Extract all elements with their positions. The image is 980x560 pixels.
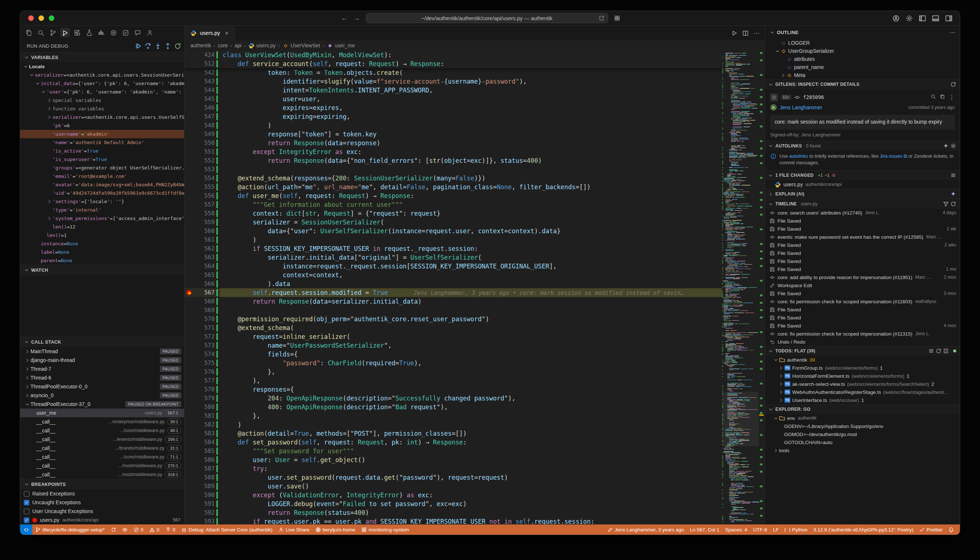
- open-external-icon[interactable]: [598, 15, 605, 21]
- breakpoint-gutter[interactable]: [185, 77, 195, 86]
- breakpoint-gutter[interactable]: [185, 253, 195, 262]
- refresh-icon[interactable]: [950, 82, 956, 87]
- step-over-icon[interactable]: [145, 43, 152, 50]
- breakpoint-gutter[interactable]: [185, 130, 195, 138]
- variable-row[interactable]: 'type' = 'internal': [20, 206, 184, 214]
- breakpoint-gutter[interactable]: [185, 59, 195, 68]
- explorer-go-header[interactable]: EXPLORER: GO: [765, 404, 960, 414]
- timeline-item[interactable]: Workspace Edit: [765, 281, 960, 289]
- language-mode[interactable]: { }Python: [782, 525, 810, 535]
- outline-item[interactable]: □attributes: [765, 55, 960, 63]
- zoom-window-button[interactable]: [49, 15, 54, 21]
- python-interpreter[interactable]: 3.12.8 ('authentik-xEAhpGPh-py3.12': Poe…: [810, 525, 916, 535]
- breakpoint-gutter[interactable]: [185, 156, 195, 165]
- settings-gear-icon[interactable]: [905, 15, 913, 22]
- breadcrumb-item[interactable]: api: [235, 43, 242, 48]
- eol[interactable]: LF: [770, 525, 782, 535]
- blame-item[interactable]: Jens Langhammer, 3 years ago: [605, 525, 687, 535]
- variable-row[interactable]: 'settings' = {'locale': ''}: [20, 197, 184, 206]
- activity-source-control-icon[interactable]: [48, 28, 58, 37]
- breakpoint-gutter[interactable]: [185, 473, 195, 482]
- close-window-button[interactable]: [28, 15, 34, 21]
- todo-item[interactable]: authentik39: [765, 356, 960, 364]
- timeline-item[interactable]: File Saved: [765, 249, 960, 257]
- breakpoint-gutter[interactable]: [185, 147, 195, 156]
- breakpoint-gutter[interactable]: [185, 271, 195, 280]
- filter-icon[interactable]: [943, 201, 949, 207]
- restart-icon[interactable]: [174, 43, 181, 50]
- checkbox[interactable]: [24, 509, 29, 514]
- timeline-item[interactable]: File Saved4 mos: [765, 322, 960, 330]
- sync-item[interactable]: [108, 525, 119, 535]
- breadcrumb-item[interactable]: authentik: [190, 43, 211, 48]
- more-icon[interactable]: ⋯: [754, 30, 760, 37]
- breakpoint-gutter[interactable]: [185, 244, 195, 253]
- breakpoint-gutter[interactable]: [185, 183, 195, 192]
- layout-sidebar-right-icon[interactable]: [945, 15, 952, 22]
- breakpoint-gutter[interactable]: [185, 385, 195, 394]
- nav-forward-icon[interactable]: →: [353, 14, 360, 22]
- checkbox[interactable]: [24, 491, 29, 497]
- encoding[interactable]: UTF-8: [750, 525, 770, 535]
- breakpoint-gutter[interactable]: [185, 95, 195, 103]
- call-stack-header[interactable]: CALL STACK: [20, 337, 184, 347]
- activity-files-icon[interactable]: [24, 28, 33, 37]
- timeline-item[interactable]: core: add ability to provide reason for …: [765, 273, 960, 281]
- prettier-item[interactable]: Prettier: [916, 525, 945, 535]
- activity-run-and-debug-icon[interactable]: [60, 28, 70, 37]
- explorer-go-item[interactable]: GOMOD=~/dev/authentik/go.mod: [765, 430, 960, 438]
- breakpoint-gutter[interactable]: [185, 412, 195, 420]
- layout-panel-icon[interactable]: [932, 15, 939, 22]
- call-stack-thread[interactable]: django-main-threadPAUSED: [20, 356, 184, 365]
- timeline-item[interactable]: File Saved: [765, 313, 960, 322]
- breakpoint-gutter[interactable]: [185, 262, 195, 271]
- branch-item[interactable]: lifecycle/fix-debugger-setup*: [32, 525, 108, 535]
- layout-sidebar-left-icon[interactable]: [919, 15, 926, 22]
- gitlens-blame-toggle[interactable]: [119, 525, 130, 535]
- call-stack-frame[interactable]: __call__.../enterprise/middleware.py39:1: [20, 417, 184, 426]
- activity-testing-icon[interactable]: [84, 28, 94, 37]
- timeline-header[interactable]: TIMELINE users.py: [765, 199, 960, 209]
- timeline-item[interactable]: events: make sure password set event has…: [765, 233, 960, 241]
- breakpoint-gutter[interactable]: [185, 350, 195, 359]
- timeline-item[interactable]: File Saved1 mo: [765, 265, 960, 273]
- cursor-position[interactable]: Ln 567, Col 1: [687, 525, 722, 535]
- autolink-add-icon[interactable]: [943, 143, 949, 149]
- minimap[interactable]: [722, 51, 765, 525]
- call-stack-thread[interactable]: Thread-6PAUSED: [20, 373, 184, 382]
- call-stack-frame[interactable]: __call__.../brands/middleware.py31:1: [20, 444, 184, 453]
- outline-item[interactable]: ◇UserGroupSerializer: [765, 47, 960, 55]
- breakpoint-gutter[interactable]: [185, 464, 195, 473]
- breakpoint-gutter[interactable]: [185, 420, 195, 429]
- breakpoint-gutter[interactable]: [185, 112, 195, 121]
- variable-row[interactable]: 'is_superuser' = True: [20, 155, 184, 163]
- activity-docker-icon[interactable]: [97, 28, 106, 37]
- breakpoint-gutter[interactable]: [185, 482, 195, 491]
- gear-icon[interactable]: [950, 143, 956, 149]
- breakpoint-row[interactable]: ✓users.pyauthentik/core/api567: [20, 516, 184, 525]
- breadcrumb-item[interactable]: ◆user_me: [327, 43, 355, 49]
- call-stack-frame[interactable]: __call__.../root/middleware.py318:1: [20, 470, 184, 479]
- search-commit-icon[interactable]: [930, 94, 936, 99]
- breakpoint-gutter[interactable]: [185, 491, 195, 500]
- breakpoint-gutter[interactable]: [185, 455, 195, 464]
- timeline-item[interactable]: core: search users' attributes (#12740)J…: [765, 209, 960, 217]
- breakpoint-gutter[interactable]: [185, 403, 195, 412]
- breakpoint-row[interactable]: ✓Uncaught Exceptions: [20, 498, 184, 507]
- variable-row[interactable]: function variables: [20, 105, 184, 113]
- call-stack-thread[interactable]: ThreadPoolExecutor-0_0PAUSED: [20, 382, 184, 391]
- variable-row[interactable]: 'pk' = 6: [20, 122, 184, 130]
- kube-context-item[interactable]: berylju/o-home: [312, 525, 358, 535]
- breakpoints-header[interactable]: BREAKPOINTS: [20, 479, 184, 489]
- view-as-tree-icon[interactable]: [950, 172, 956, 178]
- breakpoint-gutter[interactable]: [185, 508, 195, 517]
- breakpoint-gutter[interactable]: [185, 68, 195, 77]
- breakpoint-gutter[interactable]: [185, 165, 195, 174]
- todo-item[interactable]: TSUserInterface.ts(web/src/user)1: [765, 396, 960, 404]
- run-icon[interactable]: [731, 30, 737, 36]
- commit-row[interactable]: 12+ f285096 ⋮: [770, 92, 955, 103]
- variable-row[interactable]: instance = None: [20, 240, 184, 248]
- timeline-item[interactable]: File Saved2 wks: [765, 241, 960, 249]
- breakpoint-gutter[interactable]: [185, 438, 195, 447]
- call-stack-frame[interactable]: __call__.../core/middleware.py71:1: [20, 453, 184, 462]
